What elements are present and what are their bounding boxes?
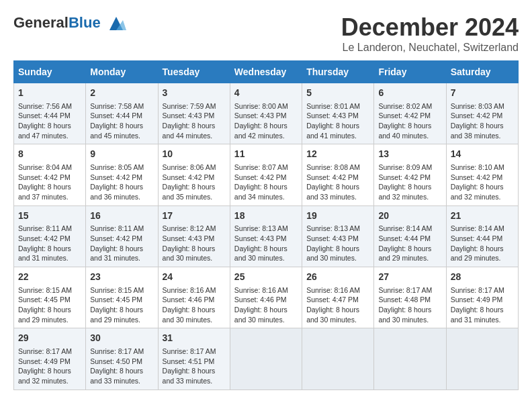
calendar-cell: 25 Sunrise: 8:16 AM Sunset: 4:46 PM Dayl… [230,267,302,328]
calendar-cell: 30 Sunrise: 8:17 AM Sunset: 4:50 PM Dayl… [86,328,158,390]
sunrise-label: Sunrise: 8:00 AM [234,102,288,110]
calendar-cell: 22 Sunrise: 8:15 AM Sunset: 4:45 PM Dayl… [14,267,86,328]
sunrise-label: Sunrise: 8:11 AM [18,224,72,232]
calendar-cell: 24 Sunrise: 8:16 AM Sunset: 4:46 PM Dayl… [158,267,230,328]
day-number: 26 [306,271,369,284]
calendar-cell: 5 Sunrise: 8:01 AM Sunset: 4:43 PM Dayli… [302,83,374,144]
sunrise-label: Sunrise: 8:16 AM [306,286,360,294]
calendar-cell [374,328,446,390]
sunrise-label: Sunrise: 8:06 AM [163,163,216,171]
sunset-label: Sunset: 4:42 PM [451,173,503,181]
daylight-label: Daylight: 8 hours and 36 minutes. [90,183,143,201]
logo: GeneralBlue [13,13,126,34]
daylight-label: Daylight: 8 hours and 33 minutes. [90,367,143,385]
daylight-label: Daylight: 8 hours and 34 minutes. [234,183,287,201]
sunset-label: Sunset: 4:44 PM [90,111,142,120]
sunrise-label: Sunrise: 8:07 AM [234,163,288,171]
calendar-cell: 12 Sunrise: 8:08 AM Sunset: 4:42 PM Dayl… [302,144,374,205]
sunrise-label: Sunrise: 8:17 AM [451,286,504,294]
daylight-label: Daylight: 8 hours and 29 minutes. [451,244,504,263]
sunset-label: Sunset: 4:50 PM [90,357,142,365]
daylight-label: Daylight: 8 hours and 35 minutes. [163,183,216,201]
sunrise-label: Sunrise: 8:09 AM [378,163,432,171]
sunrise-label: Sunrise: 8:02 AM [378,102,432,110]
calendar-cell: 2 Sunrise: 7:58 AM Sunset: 4:44 PM Dayli… [86,83,158,144]
calendar-cell: 17 Sunrise: 8:12 AM Sunset: 4:43 PM Dayl… [158,205,230,267]
sunset-label: Sunset: 4:42 PM [90,234,142,242]
day-number: 17 [163,210,226,223]
sunset-label: Sunset: 4:47 PM [306,295,359,304]
daylight-label: Daylight: 8 hours and 37 minutes. [18,183,71,201]
daylight-label: Daylight: 8 hours and 30 minutes. [234,306,287,324]
calendar-cell: 15 Sunrise: 8:11 AM Sunset: 4:42 PM Dayl… [14,205,86,267]
daylight-label: Daylight: 8 hours and 32 minutes. [378,183,431,201]
sunrise-label: Sunrise: 8:14 AM [451,224,504,232]
calendar-cell: 14 Sunrise: 8:10 AM Sunset: 4:42 PM Dayl… [446,144,518,205]
sunset-label: Sunset: 4:42 PM [18,173,71,181]
sunrise-label: Sunrise: 8:13 AM [306,224,360,232]
day-number: 18 [234,210,298,223]
sunrise-label: Sunrise: 8:15 AM [18,286,72,294]
sunset-label: Sunset: 4:45 PM [18,295,71,304]
sunrise-label: Sunrise: 8:01 AM [306,102,360,110]
sunset-label: Sunset: 4:49 PM [451,295,503,304]
day-number: 9 [90,148,153,161]
sunset-label: Sunset: 4:43 PM [234,234,287,242]
sunset-label: Sunset: 4:42 PM [234,173,287,181]
daylight-label: Daylight: 8 hours and 31 minutes. [18,244,71,263]
calendar-cell: 3 Sunrise: 7:59 AM Sunset: 4:43 PM Dayli… [158,83,230,144]
calendar-cell: 16 Sunrise: 8:11 AM Sunset: 4:42 PM Dayl… [86,205,158,267]
calendar-cell: 19 Sunrise: 8:13 AM Sunset: 4:43 PM Dayl… [302,205,374,267]
day-number: 27 [378,271,441,284]
sunrise-label: Sunrise: 8:12 AM [163,224,216,232]
calendar-cell: 10 Sunrise: 8:06 AM Sunset: 4:42 PM Dayl… [158,144,230,205]
sunset-label: Sunset: 4:46 PM [234,295,287,304]
day-number: 25 [234,271,298,284]
daylight-label: Daylight: 8 hours and 29 minutes. [378,244,431,263]
day-number: 16 [90,210,153,223]
calendar-cell [302,328,374,390]
logo-icon [106,13,126,34]
sunset-label: Sunset: 4:43 PM [306,234,359,242]
sunrise-label: Sunrise: 8:11 AM [90,224,144,232]
calendar-cell [230,328,302,390]
daylight-label: Daylight: 8 hours and 33 minutes. [306,183,359,201]
calendar-cell: 23 Sunrise: 8:15 AM Sunset: 4:45 PM Dayl… [86,267,158,328]
day-number: 5 [306,87,369,100]
daylight-label: Daylight: 8 hours and 40 minutes. [378,122,431,140]
calendar-week-5: 29 Sunrise: 8:17 AM Sunset: 4:49 PM Dayl… [14,328,519,390]
day-number: 4 [234,87,298,100]
sunrise-label: Sunrise: 8:08 AM [306,163,360,171]
daylight-label: Daylight: 8 hours and 31 minutes. [90,244,143,263]
sunrise-label: Sunrise: 8:04 AM [18,163,72,171]
location: Le Landeron, Neuchatel, Switzerland [341,42,519,54]
daylight-label: Daylight: 8 hours and 44 minutes. [163,122,216,140]
daylight-label: Daylight: 8 hours and 30 minutes. [306,244,359,263]
sunrise-label: Sunrise: 8:03 AM [451,102,504,110]
day-number: 8 [18,148,81,161]
sunset-label: Sunset: 4:43 PM [306,111,359,120]
daylight-label: Daylight: 8 hours and 45 minutes. [90,122,143,140]
day-number: 21 [451,210,514,223]
day-number: 23 [90,271,153,284]
sunset-label: Sunset: 4:42 PM [378,111,431,120]
day-number: 1 [18,87,81,100]
calendar-header-row: Sunday Monday Tuesday Wednesday Thursday… [14,61,519,83]
logo-blue-text: Blue [69,14,101,31]
day-number: 19 [306,210,369,223]
sunrise-label: Sunrise: 8:17 AM [90,347,144,355]
logo-general-text: General [13,14,69,31]
sunset-label: Sunset: 4:43 PM [163,234,215,242]
col-thursday: Thursday [302,61,374,83]
day-number: 12 [306,148,369,161]
sunset-label: Sunset: 4:46 PM [163,295,215,304]
daylight-label: Daylight: 8 hours and 30 minutes. [163,306,216,324]
calendar-cell: 4 Sunrise: 8:00 AM Sunset: 4:43 PM Dayli… [230,83,302,144]
sunset-label: Sunset: 4:45 PM [90,295,142,304]
sunrise-label: Sunrise: 7:56 AM [18,102,72,110]
daylight-label: Daylight: 8 hours and 30 minutes. [378,306,431,324]
day-number: 6 [378,87,441,100]
day-number: 28 [451,271,514,284]
sunset-label: Sunset: 4:42 PM [451,111,503,120]
col-tuesday: Tuesday [158,61,230,83]
